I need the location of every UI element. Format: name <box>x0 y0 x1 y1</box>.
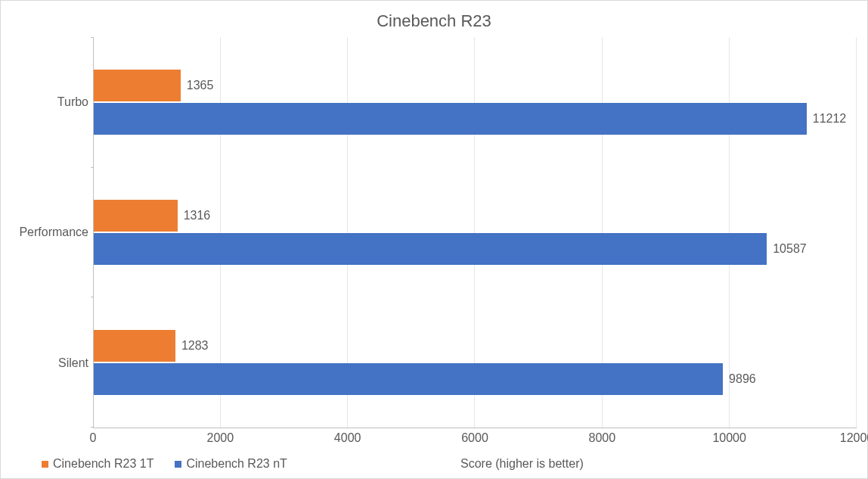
y-axis: Turbo Performance Silent <box>11 37 93 428</box>
legend-item-1t: Cinebench R23 1T <box>42 457 153 471</box>
bottom-row: Cinebench R23 1T Cinebench R23 nT Score … <box>11 457 857 471</box>
group-performance: 10587 1316 <box>94 186 857 278</box>
x-tick-2000: 2000 <box>207 431 234 445</box>
x-tick-10000: 10000 <box>712 431 746 445</box>
plot-row: Turbo Performance Silent 9896 <box>11 37 857 428</box>
plot-area: 9896 1283 10587 <box>93 37 857 428</box>
chart-container: Cinebench R23 Turbo Performance Silent 9… <box>0 0 868 479</box>
bar-turbo-1t-rect: 1365 <box>94 70 181 101</box>
bar-performance-nt-rect: 10587 <box>94 233 767 265</box>
data-label-silent-nt: 9896 <box>729 372 756 386</box>
x-tick-6000: 6000 <box>461 431 488 445</box>
data-label-turbo-nt: 11212 <box>813 112 847 126</box>
legend-item-nt: Cinebench R23 nT <box>175 457 287 471</box>
legend: Cinebench R23 1T Cinebench R23 nT <box>42 457 287 471</box>
bar-turbo-1t: 1365 <box>94 70 857 101</box>
data-label-performance-1t: 1316 <box>184 209 211 222</box>
bar-silent-1t-rect: 1283 <box>94 330 175 362</box>
x-axis-title: Score (higher is better) <box>308 457 857 471</box>
bar-silent-nt: 9896 <box>94 363 857 395</box>
data-label-silent-1t: 1283 <box>181 339 209 353</box>
bar-performance-1t: 1316 <box>94 200 857 232</box>
x-tick-4000: 4000 <box>334 431 361 445</box>
data-label-performance-nt: 10587 <box>773 242 807 256</box>
group-turbo: 11212 1365 <box>94 56 857 148</box>
bar-performance-1t-rect: 1316 <box>94 200 178 232</box>
legend-label-1t: Cinebench R23 1T <box>53 457 153 471</box>
legend-swatch-blue-icon <box>175 461 181 468</box>
bar-performance-nt: 10587 <box>94 233 857 265</box>
legend-swatch-orange-icon <box>42 461 48 468</box>
chart-title: Cinebench R23 <box>11 11 857 31</box>
bar-silent-nt-rect: 9896 <box>94 363 723 395</box>
x-tick-0: 0 <box>90 431 97 445</box>
legend-label-nt: Cinebench R23 nT <box>186 457 287 471</box>
x-axis: 0 2000 4000 6000 8000 10000 12000 <box>93 428 857 446</box>
x-tick-12000: 12000 <box>840 431 868 445</box>
data-label-turbo-1t: 1365 <box>187 79 214 92</box>
x-tick-8000: 8000 <box>589 431 616 445</box>
group-silent: 9896 1283 <box>94 316 857 409</box>
bar-turbo-nt: 11212 <box>94 103 857 135</box>
bar-silent-1t: 1283 <box>94 330 857 362</box>
bar-groups: 9896 1283 10587 <box>94 37 857 428</box>
x-axis-row: 0 2000 4000 6000 8000 10000 12000 <box>11 428 857 446</box>
bar-turbo-nt-rect: 11212 <box>94 103 807 135</box>
